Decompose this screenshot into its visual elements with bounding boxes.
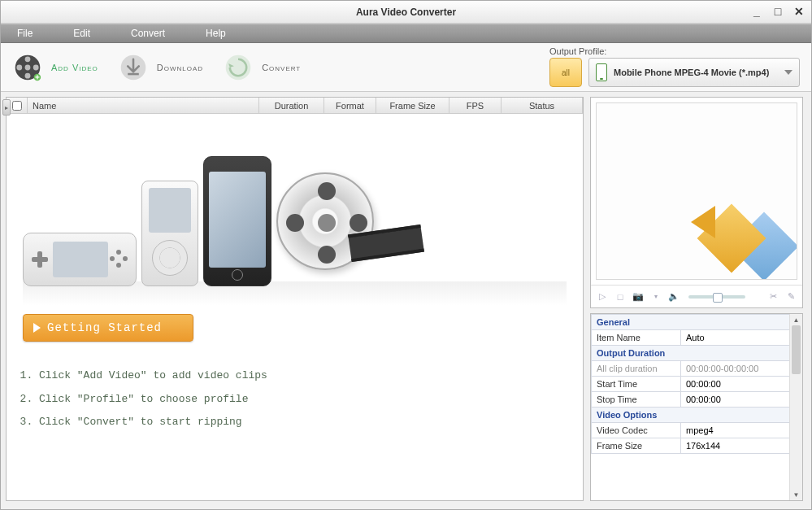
list-header: Name Duration Format Frame Size FPS Stat…	[7, 98, 583, 114]
add-video-button[interactable]: Add Video	[12, 52, 98, 83]
properties-table: General Item Name Auto Output Duration A…	[591, 314, 802, 454]
snapshot-menu-button[interactable]: ▾	[649, 290, 662, 303]
section-output-duration: Output Duration	[592, 346, 802, 361]
prop-row-all-clip: All clip duration 00:00:00-00:00:00	[592, 361, 802, 377]
download-label: Download	[157, 63, 203, 72]
preview-placeholder-art	[675, 190, 797, 280]
col-fps[interactable]: FPS	[449, 98, 502, 113]
psp-device-icon	[23, 233, 137, 286]
prop-row-start-time[interactable]: Start Time 00:00:00	[592, 377, 802, 392]
stop-button[interactable]: □	[614, 290, 627, 303]
prop-value[interactable]: 00:00:00	[681, 377, 802, 392]
window-controls: _ □ ✕	[749, 4, 806, 19]
preview-pane: ▷ □ 📷 ▾ 🔈 ✂ ✎	[590, 97, 803, 308]
prop-value[interactable]: mpeg4	[681, 423, 802, 438]
prop-value[interactable]: Auto	[681, 330, 802, 346]
profiles-all-button[interactable]: all	[549, 58, 582, 87]
scroll-up-arrow-icon[interactable]: ▲	[790, 314, 802, 325]
empty-state: Getting Started Click "Add Video" to add…	[7, 114, 583, 500]
output-profile-label: Output Profile:	[549, 46, 800, 56]
prop-key: Frame Size	[592, 438, 681, 454]
download-button[interactable]: Download	[118, 52, 203, 83]
getting-started-button[interactable]: Getting Started	[23, 314, 193, 342]
menu-convert[interactable]: Convert	[123, 25, 173, 41]
svg-point-3	[25, 72, 31, 78]
right-panel: ▷ □ 📷 ▾ 🔈 ✂ ✎ General Item Name Auto	[590, 97, 803, 501]
chevron-down-icon	[784, 70, 792, 75]
main-area: ▸ Name Duration Format Frame Size FPS St…	[1, 92, 811, 509]
title-bar: Aura Video Converter _ □ ✕	[1, 1, 811, 24]
prop-key: Video Codec	[592, 423, 681, 438]
volume-slider[interactable]	[688, 295, 745, 299]
menu-bar: File Edit Convert Help	[1, 24, 811, 43]
window-title: Aura Video Converter	[356, 7, 456, 18]
preview-canvas	[596, 102, 797, 280]
prop-row-frame-size[interactable]: Frame Size 176x144	[592, 438, 802, 454]
smartphone-device-icon	[203, 156, 271, 286]
menu-edit[interactable]: Edit	[65, 25, 98, 41]
devices-illustration	[23, 124, 567, 286]
col-duration[interactable]: Duration	[259, 98, 324, 113]
play-arrow-icon	[33, 323, 41, 333]
file-list-panel: ▸ Name Duration Format Frame Size FPS St…	[6, 97, 584, 501]
profiles-all-label: all	[562, 68, 570, 77]
convert-icon	[248, 416, 264, 429]
prop-key: Start Time	[592, 377, 681, 392]
film-reel-illustration	[276, 164, 406, 286]
minimize-button[interactable]: _	[749, 4, 764, 19]
preview-controls: ▷ □ 📷 ▾ 🔈 ✂ ✎	[591, 285, 802, 307]
film-reel-icon	[12, 52, 43, 83]
prop-key: Item Name	[592, 330, 681, 346]
add-video-label: Add Video	[51, 63, 98, 72]
maximize-button[interactable]: □	[771, 4, 785, 19]
prop-key: All clip duration	[592, 361, 681, 377]
trim-button[interactable]: ✂	[766, 290, 779, 303]
ipod-device-icon	[141, 181, 198, 286]
scroll-down-arrow-icon[interactable]: ▼	[790, 489, 802, 500]
close-button[interactable]: ✕	[792, 4, 806, 19]
convert-icon	[223, 52, 254, 83]
prop-value[interactable]: 00:00:00	[681, 392, 802, 408]
menu-file[interactable]: File	[9, 25, 41, 41]
instruction-step-1: Click "Add Video" to add video clips	[39, 364, 567, 388]
play-button[interactable]: ▷	[596, 290, 609, 303]
menu-help[interactable]: Help	[198, 25, 234, 41]
panel-expand-handle[interactable]: ▸	[2, 98, 11, 500]
convert-label: Convert	[262, 63, 301, 72]
col-frame-size[interactable]: Frame Size	[376, 98, 449, 113]
download-icon	[118, 52, 149, 83]
col-name[interactable]: Name	[28, 98, 259, 113]
prop-value[interactable]: 176x144	[681, 438, 802, 454]
col-format[interactable]: Format	[324, 98, 376, 113]
toolbar: Add Video Download Convert Output Profil…	[1, 43, 811, 92]
convert-button[interactable]: Convert	[223, 52, 301, 83]
mobile-phone-icon	[596, 63, 607, 81]
svg-point-1	[25, 64, 31, 70]
app-window: Aura Video Converter _ □ ✕ File Edit Con…	[0, 0, 812, 510]
edit-button[interactable]: ✎	[784, 290, 797, 303]
getting-started-label: Getting Started	[47, 321, 162, 334]
svg-rect-8	[128, 72, 139, 75]
prop-row-item-name[interactable]: Item Name Auto	[592, 330, 802, 346]
prop-row-video-codec[interactable]: Video Codec mpeg4	[592, 423, 802, 438]
prop-row-stop-time[interactable]: Stop Time 00:00:00	[592, 392, 802, 408]
col-status[interactable]: Status	[502, 98, 583, 113]
prop-key: Stop Time	[592, 392, 681, 408]
properties-pane: General Item Name Auto Output Duration A…	[590, 313, 803, 501]
instruction-step-2: Click "Profile" to choose profile	[39, 388, 567, 412]
svg-point-5	[33, 64, 39, 70]
svg-point-4	[16, 64, 22, 70]
section-video-options: Video Options	[592, 408, 802, 423]
prop-value: 00:00:00-00:00:00	[681, 361, 802, 377]
properties-scrollbar[interactable]: ▲ ▼	[789, 314, 802, 500]
instructions-list: Click "Add Video" to add video clips Cli…	[23, 364, 567, 434]
scroll-thumb[interactable]	[792, 325, 801, 374]
film-reel-icon	[274, 369, 290, 382]
instruction-step-3: Click "Convert" to start ripping	[39, 411, 567, 434]
snapshot-button[interactable]: 📷	[632, 290, 645, 303]
svg-point-2	[25, 56, 31, 62]
profile-selected-label: Mobile Phone MPEG-4 Movie (*.mp4)	[614, 68, 769, 77]
output-profile-area: Output Profile: all Mobile Phone MPEG-4 …	[549, 46, 800, 87]
profile-dropdown[interactable]: Mobile Phone MPEG-4 Movie (*.mp4)	[588, 58, 800, 87]
mute-button[interactable]: 🔈	[667, 290, 680, 303]
